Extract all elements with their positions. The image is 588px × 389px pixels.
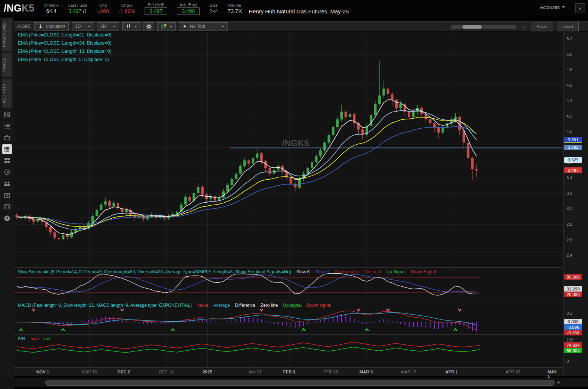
ask-button[interactable]: 3.498: [177, 7, 200, 15]
chg-label: Chg: [99, 3, 107, 8]
inbox-icon[interactable]: [2, 190, 12, 200]
watchlist-icon[interactable]: [2, 121, 12, 131]
price-tick-label: 3.2: [566, 191, 572, 196]
ivr-tick-label: 0: [566, 359, 569, 363]
flask-icon: [38, 23, 43, 29]
grid-icon[interactable]: [2, 156, 12, 165]
stochastic-value-bubble: 80.000: [564, 274, 582, 280]
range-select[interactable]: 6M: [97, 22, 119, 30]
timeframe-value: 1D: [75, 24, 81, 29]
sidebar-tab-trade[interactable]: TRADE: [2, 53, 12, 77]
legend-item: high: [30, 336, 39, 341]
price-tick-label: 2.8: [566, 222, 572, 226]
symbol-root: /NG: [4, 3, 22, 14]
timeframe-select[interactable]: 1D: [72, 22, 94, 30]
time-axis[interactable]: NOV 1NOV 18DEC 2DEC 162025JAN 21FEB 3FEB…: [14, 367, 563, 376]
legend-item: Zero line: [261, 303, 278, 308]
volume-value: 73.7K: [227, 8, 242, 15]
size-field: Size 2x4: [209, 3, 218, 15]
accounts-menu[interactable]: Accounts: [540, 4, 565, 10]
zoom-in-button[interactable]: +: [521, 23, 525, 30]
indicators-button[interactable]: Indicators: [34, 22, 69, 30]
help-icon[interactable]: ?: [2, 213, 12, 223]
tv-icon[interactable]: [2, 133, 12, 142]
zoom-out-button[interactable]: -: [444, 23, 446, 30]
price-tick-label: 4.2: [566, 114, 572, 118]
macd-value-bubble: 0.000: [564, 319, 582, 324]
ema-34-legend[interactable]: EMA (Price=CLOSE, Length=34, Displace=0): [18, 41, 112, 46]
candlestick-icon: [126, 23, 132, 29]
legend-item: low: [43, 336, 50, 341]
macd-legend-row: MACD (Fast length=8, Slow length=21, MAC…: [18, 303, 331, 308]
scrollbar-handle[interactable]: [45, 380, 555, 386]
collapse-panel-button[interactable]: «: [575, 3, 585, 13]
symbol-suffix: K5: [22, 3, 35, 14]
chart-toolbar: /NGK5 Indicators 1D 6M No Tool - + Save …: [14, 21, 588, 32]
legend-item: Down signal: [307, 303, 331, 308]
price-axis[interactable]: 5.25.04.84.64.44.24.03.83.63.43.23.02.82…: [563, 32, 588, 376]
formula-icon[interactable]: [2, 202, 12, 212]
ema-5-legend[interactable]: EMA (Price=CLOSE, Length=5, Displace=0): [18, 57, 109, 62]
ema-21-legend[interactable]: EMA (Price=CLOSE, Length=21, Displace=0): [18, 32, 112, 38]
price-tick-label: 2.4: [566, 253, 572, 257]
chart-type-select[interactable]: [122, 22, 140, 30]
ivr-legend-row: IVR highlow: [18, 336, 50, 341]
time-tick-label: NOV 18: [82, 370, 97, 374]
iv-rank-value: 64.4: [46, 8, 56, 15]
chg-pct-value: -1.69%: [119, 8, 135, 15]
chart-scrollbar[interactable]: [0, 378, 588, 387]
price-tick-label: 2.6: [566, 238, 572, 242]
chevron-down-icon: [134, 26, 137, 28]
save-button[interactable]: Save: [531, 22, 553, 31]
main-chart-canvas[interactable]: /NGK5: [14, 32, 563, 267]
chart-settings-button[interactable]: [143, 22, 154, 30]
legend-item: Slow K: [296, 269, 310, 274]
macd-plot-legend: ValueAverageDifferenceZero lineUp signal…: [197, 303, 331, 308]
time-tick-label: MAR 17: [401, 370, 417, 374]
ema-13-legend[interactable]: EMA (Price=CLOSE, Length=13, Displace=0): [18, 49, 112, 54]
legend-item: Oversold: [363, 269, 381, 274]
time-tick-label: DEC 16: [159, 370, 174, 374]
bid-button[interactable]: 3.497: [145, 7, 167, 15]
price-bubble: 3.629: [564, 157, 582, 163]
time-tick-label: JAN 21: [248, 370, 262, 374]
macd-value-bubble: -0.096: [564, 324, 582, 330]
symbol-title: /NGK5: [0, 3, 35, 14]
stochastic-study-label[interactable]: Slow Stochastic (K Period=14, D Period=9…: [18, 269, 291, 274]
sidebar-tab-positions[interactable]: POSITIONS: [2, 19, 12, 51]
legend-item: Up Signal: [386, 269, 406, 274]
zoom-slider[interactable]: [450, 25, 517, 29]
scroll-arrow-icon[interactable]: [557, 381, 560, 383]
sidebar: POSITIONS TRADE ACTIVITY ?: [0, 17, 14, 389]
volume-label: Volume: [227, 3, 241, 8]
legend-item: Up signal: [283, 303, 301, 308]
zoom-slider-handle[interactable]: [462, 25, 482, 29]
price-tick-label: 3.0: [566, 206, 572, 211]
ivr-study-label[interactable]: IVR: [18, 336, 25, 341]
price-tick-label: 5.0: [566, 52, 572, 57]
legend-item: Difference: [235, 303, 255, 308]
load-button[interactable]: Load: [557, 22, 579, 31]
ivr-value-bubble: 74.924: [564, 342, 582, 348]
sidebar-tab-activity[interactable]: ACTIVITY: [2, 79, 12, 108]
community-icon[interactable]: [2, 179, 12, 189]
drawing-tools-select[interactable]: [157, 22, 176, 30]
ivr-tick-label: 100: [566, 338, 574, 342]
price-bubble: 3.497: [564, 167, 582, 173]
chart-icon[interactable]: [2, 144, 12, 154]
time-tick-label: APR 1: [445, 370, 458, 374]
chevron-down-icon: [169, 26, 172, 28]
iv-rank-field: IV Rank 64.4: [44, 3, 59, 15]
last-size-field: Last / Size 3.497 /1: [68, 3, 87, 15]
report-icon[interactable]: [2, 110, 12, 119]
accounts-label: Accounts: [540, 4, 560, 10]
price-tick-label: 5.2: [566, 36, 572, 41]
history-icon[interactable]: [2, 167, 12, 177]
chevron-down-icon: [562, 6, 565, 8]
active-tool-select[interactable]: No Tool: [179, 22, 228, 30]
stochastic-plot-legend: Slow KSlow DOverboughtOversoldUp SignalD…: [296, 269, 436, 274]
macd-study-label[interactable]: MACD (Fast length=8, Slow length=21, MAC…: [18, 303, 192, 308]
ivr-canvas[interactable]: [14, 335, 563, 367]
price-tick-label: 4.8: [566, 67, 572, 72]
chg-field: Chg -.060: [97, 3, 109, 15]
